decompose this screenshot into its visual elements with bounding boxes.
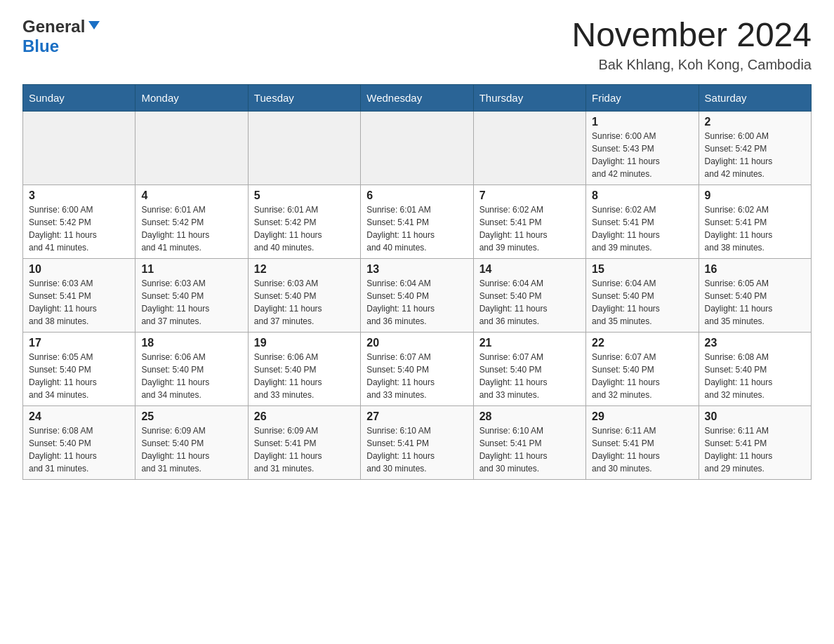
day-number: 20 (366, 337, 467, 349)
calendar-cell: 28Sunrise: 6:10 AM Sunset: 5:41 PM Dayli… (473, 405, 585, 479)
day-number: 5 (254, 189, 355, 202)
day-of-week-header: Sunday (23, 84, 135, 111)
day-number: 25 (141, 410, 241, 423)
day-info: Sunrise: 6:09 AM Sunset: 5:41 PM Dayligh… (254, 424, 355, 475)
day-info: Sunrise: 6:00 AM Sunset: 5:42 PM Dayligh… (29, 203, 129, 254)
logo-blue-text: Blue (22, 36, 59, 55)
calendar-cell: 1Sunrise: 6:00 AM Sunset: 5:43 PM Daylig… (586, 111, 699, 185)
day-info: Sunrise: 6:02 AM Sunset: 5:41 PM Dayligh… (705, 203, 805, 254)
day-info: Sunrise: 6:05 AM Sunset: 5:40 PM Dayligh… (705, 277, 805, 328)
day-info: Sunrise: 6:09 AM Sunset: 5:40 PM Dayligh… (141, 424, 241, 475)
calendar-cell: 20Sunrise: 6:07 AM Sunset: 5:40 PM Dayli… (361, 332, 473, 405)
calendar-cell: 15Sunrise: 6:04 AM Sunset: 5:40 PM Dayli… (586, 258, 699, 332)
day-info: Sunrise: 6:00 AM Sunset: 5:42 PM Dayligh… (705, 130, 805, 180)
day-info: Sunrise: 6:00 AM Sunset: 5:43 PM Dayligh… (592, 130, 692, 180)
day-number: 16 (705, 263, 805, 276)
logo: General Blue (22, 17, 101, 56)
calendar-cell: 5Sunrise: 6:01 AM Sunset: 5:42 PM Daylig… (248, 185, 360, 258)
calendar-week-row: 1Sunrise: 6:00 AM Sunset: 5:43 PM Daylig… (23, 111, 812, 185)
day-number: 14 (479, 263, 580, 276)
calendar-header-row: SundayMondayTuesdayWednesdayThursdayFrid… (23, 84, 812, 111)
calendar-cell: 7Sunrise: 6:02 AM Sunset: 5:41 PM Daylig… (473, 185, 585, 258)
calendar-cell: 10Sunrise: 6:03 AM Sunset: 5:41 PM Dayli… (23, 258, 135, 332)
calendar-cell (23, 111, 135, 185)
day-info: Sunrise: 6:07 AM Sunset: 5:40 PM Dayligh… (592, 351, 692, 401)
day-number: 24 (29, 410, 129, 423)
calendar-cell: 27Sunrise: 6:10 AM Sunset: 5:41 PM Dayli… (361, 405, 473, 479)
day-info: Sunrise: 6:07 AM Sunset: 5:40 PM Dayligh… (479, 351, 580, 401)
calendar-cell: 29Sunrise: 6:11 AM Sunset: 5:41 PM Dayli… (586, 405, 699, 479)
page-header: General Blue November 2024 Bak Khlang, K… (22, 17, 812, 73)
calendar-cell (473, 111, 585, 185)
calendar-cell: 16Sunrise: 6:05 AM Sunset: 5:40 PM Dayli… (699, 258, 811, 332)
day-number: 21 (479, 337, 580, 349)
day-number: 13 (366, 263, 467, 276)
day-number: 1 (592, 116, 692, 128)
day-number: 23 (705, 337, 805, 349)
svg-marker-0 (88, 21, 100, 29)
logo-arrow-icon (87, 18, 101, 35)
calendar-cell: 24Sunrise: 6:08 AM Sunset: 5:40 PM Dayli… (23, 405, 135, 479)
day-info: Sunrise: 6:10 AM Sunset: 5:41 PM Dayligh… (366, 424, 467, 475)
day-number: 8 (592, 189, 692, 202)
calendar-cell: 11Sunrise: 6:03 AM Sunset: 5:40 PM Dayli… (135, 258, 248, 332)
day-info: Sunrise: 6:03 AM Sunset: 5:40 PM Dayligh… (254, 277, 355, 328)
day-of-week-header: Friday (586, 84, 699, 111)
calendar-cell: 4Sunrise: 6:01 AM Sunset: 5:42 PM Daylig… (135, 185, 248, 258)
calendar-cell: 26Sunrise: 6:09 AM Sunset: 5:41 PM Dayli… (248, 405, 360, 479)
calendar-week-row: 3Sunrise: 6:00 AM Sunset: 5:42 PM Daylig… (23, 185, 812, 258)
calendar-cell: 14Sunrise: 6:04 AM Sunset: 5:40 PM Dayli… (473, 258, 585, 332)
calendar-cell: 22Sunrise: 6:07 AM Sunset: 5:40 PM Dayli… (586, 332, 699, 405)
calendar-week-row: 24Sunrise: 6:08 AM Sunset: 5:40 PM Dayli… (23, 405, 812, 479)
day-info: Sunrise: 6:01 AM Sunset: 5:41 PM Dayligh… (366, 203, 467, 254)
day-number: 30 (705, 410, 805, 423)
day-of-week-header: Wednesday (361, 84, 473, 111)
day-number: 12 (254, 263, 355, 276)
day-number: 6 (366, 189, 467, 202)
day-number: 17 (29, 337, 129, 349)
calendar-cell: 19Sunrise: 6:06 AM Sunset: 5:40 PM Dayli… (248, 332, 360, 405)
day-of-week-header: Tuesday (248, 84, 360, 111)
day-info: Sunrise: 6:02 AM Sunset: 5:41 PM Dayligh… (592, 203, 692, 254)
day-info: Sunrise: 6:08 AM Sunset: 5:40 PM Dayligh… (705, 351, 805, 401)
day-number: 19 (254, 337, 355, 349)
calendar-cell: 25Sunrise: 6:09 AM Sunset: 5:40 PM Dayli… (135, 405, 248, 479)
title-block: November 2024 Bak Khlang, Koh Kong, Camb… (571, 17, 812, 73)
day-info: Sunrise: 6:06 AM Sunset: 5:40 PM Dayligh… (254, 351, 355, 401)
location-title: Bak Khlang, Koh Kong, Cambodia (571, 57, 812, 73)
calendar-cell (361, 111, 473, 185)
day-number: 10 (29, 263, 129, 276)
day-info: Sunrise: 6:01 AM Sunset: 5:42 PM Dayligh… (141, 203, 241, 254)
calendar-cell: 23Sunrise: 6:08 AM Sunset: 5:40 PM Dayli… (699, 332, 811, 405)
day-info: Sunrise: 6:04 AM Sunset: 5:40 PM Dayligh… (366, 277, 467, 328)
day-number: 29 (592, 410, 692, 423)
day-number: 11 (141, 263, 241, 276)
logo-general-text: General (22, 17, 85, 36)
calendar-cell: 18Sunrise: 6:06 AM Sunset: 5:40 PM Dayli… (135, 332, 248, 405)
day-info: Sunrise: 6:05 AM Sunset: 5:40 PM Dayligh… (29, 351, 129, 401)
calendar-cell: 2Sunrise: 6:00 AM Sunset: 5:42 PM Daylig… (699, 111, 811, 185)
day-number: 15 (592, 263, 692, 276)
day-of-week-header: Saturday (699, 84, 811, 111)
day-info: Sunrise: 6:11 AM Sunset: 5:41 PM Dayligh… (705, 424, 805, 475)
day-info: Sunrise: 6:03 AM Sunset: 5:41 PM Dayligh… (29, 277, 129, 328)
day-number: 18 (141, 337, 241, 349)
calendar-cell: 12Sunrise: 6:03 AM Sunset: 5:40 PM Dayli… (248, 258, 360, 332)
day-info: Sunrise: 6:10 AM Sunset: 5:41 PM Dayligh… (479, 424, 580, 475)
calendar-cell (248, 111, 360, 185)
calendar-cell: 3Sunrise: 6:00 AM Sunset: 5:42 PM Daylig… (23, 185, 135, 258)
day-number: 7 (479, 189, 580, 202)
day-of-week-header: Monday (135, 84, 248, 111)
day-info: Sunrise: 6:07 AM Sunset: 5:40 PM Dayligh… (366, 351, 467, 401)
day-info: Sunrise: 6:04 AM Sunset: 5:40 PM Dayligh… (479, 277, 580, 328)
day-number: 22 (592, 337, 692, 349)
month-title: November 2024 (571, 17, 812, 54)
calendar-cell (135, 111, 248, 185)
day-number: 27 (366, 410, 467, 423)
day-number: 9 (705, 189, 805, 202)
calendar-cell: 30Sunrise: 6:11 AM Sunset: 5:41 PM Dayli… (699, 405, 811, 479)
day-info: Sunrise: 6:11 AM Sunset: 5:41 PM Dayligh… (592, 424, 692, 475)
calendar-cell: 21Sunrise: 6:07 AM Sunset: 5:40 PM Dayli… (473, 332, 585, 405)
day-info: Sunrise: 6:03 AM Sunset: 5:40 PM Dayligh… (141, 277, 241, 328)
day-number: 4 (141, 189, 241, 202)
